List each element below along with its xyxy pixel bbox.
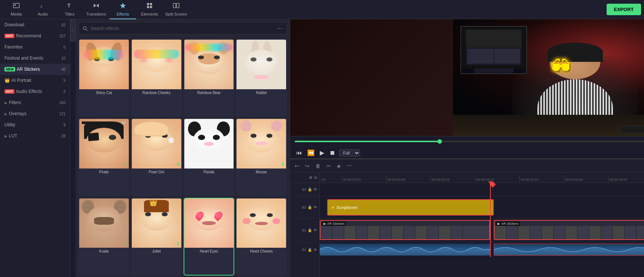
titles-icon: T xyxy=(66,2,73,11)
export-button[interactable]: EXPORT xyxy=(607,4,641,15)
effect-pearl-girl-label: Pearl Girl xyxy=(132,168,181,176)
effect-item-shiny-cat[interactable]: Shiny Cat xyxy=(78,39,130,117)
track-lock2-icon[interactable]: 🔒 xyxy=(308,205,312,209)
ar-clip-left[interactable]: ▶ AR Stickers xyxy=(320,220,490,240)
track-audio-num: B1 xyxy=(302,248,306,251)
sidebar-ar-label: AR Stickers xyxy=(17,67,40,72)
effect-mouse-label: Mouse xyxy=(237,168,286,176)
sidebar-item-lut[interactable]: ▶ LUT 28 xyxy=(0,130,70,141)
sidebar-collapse-handle[interactable]: ‹ xyxy=(70,19,76,41)
ar-clip-right[interactable]: ▶ AR Stickers xyxy=(494,220,644,240)
toolbar-effects[interactable]: Effects xyxy=(110,0,136,19)
skip-back-button[interactable]: ⏮ xyxy=(295,149,303,157)
progress-bar[interactable] xyxy=(295,141,644,142)
effect-item-koala[interactable]: ⬇ Koala xyxy=(78,198,130,276)
search-bar: ⋯ xyxy=(78,22,287,34)
sidebar-download-count: 62 xyxy=(61,23,66,27)
effect-item-heart-cheeks[interactable]: Heart Cheeks xyxy=(236,198,287,276)
search-icon xyxy=(83,26,88,31)
grid-toggle-icon[interactable]: ⋯ xyxy=(277,25,283,32)
cut-button[interactable]: ✂ xyxy=(325,162,332,170)
effect-item-rainbow-cheeks[interactable]: Rainbow Cheeks xyxy=(131,39,182,117)
svg-rect-0 xyxy=(13,3,19,8)
effect-item-heart-eyes[interactable]: Heart Eyes xyxy=(184,198,235,276)
track-eye2-icon[interactable]: 👁 xyxy=(313,205,317,209)
sidebar-overlays-count: 121 xyxy=(59,112,66,116)
ar-clip-label2: AR Stickers xyxy=(501,222,519,226)
sidebar-festival-count: 10 xyxy=(61,56,66,60)
track-lock4-icon[interactable]: 🔒 xyxy=(308,248,312,252)
sidebar-lut-count: 28 xyxy=(61,134,66,138)
toolbar-split-screen[interactable]: Split Screen xyxy=(163,0,189,19)
sidebar-item-filters[interactable]: ▶ Filters 160 xyxy=(0,97,70,108)
effect-heart-eyes-label: Heart Eyes xyxy=(184,248,234,255)
sidebar-item-ai-portrait[interactable]: 👑 AI Portrait 5 xyxy=(0,75,70,86)
toolbar-audio[interactable]: ♪ Audio xyxy=(30,0,56,19)
hot-badge-audio: HOT xyxy=(4,89,14,94)
track-eye-icon[interactable]: 👁 xyxy=(313,187,317,191)
toolbar-elements-label: Elements xyxy=(141,12,158,16)
toolbar-titles[interactable]: T Titles xyxy=(56,0,83,19)
video-preview: 🕶 xyxy=(290,19,644,136)
effect-item-pearl-girl[interactable]: ⬇ Pearl Girl xyxy=(131,118,182,196)
zoom-select[interactable]: Full 50% 75% xyxy=(339,149,360,157)
svg-line-14 xyxy=(86,29,87,31)
search-input[interactable] xyxy=(91,26,274,31)
add-track-icon[interactable]: ⊕ xyxy=(309,175,312,180)
progress-thumb[interactable] xyxy=(437,139,442,144)
track-lock-icon[interactable]: 🔒 xyxy=(308,187,312,191)
svg-rect-1 xyxy=(14,4,16,6)
effect-item-pirate[interactable]: ☠ ⬇ Pirate xyxy=(78,118,130,196)
effect-rabbit-label: Rabbit xyxy=(237,89,286,96)
audio-wave-button[interactable]: 〰 xyxy=(345,162,353,170)
ar-clip-label: AR Stickers xyxy=(327,222,345,226)
toolbar-media[interactable]: Media xyxy=(3,0,30,19)
sidebar-utility-label: Utility xyxy=(4,122,15,127)
effect-rainbow-bear-label: Rainbow Bear xyxy=(184,89,234,96)
sidebar-item-recommend[interactable]: HOT Recommend 157 xyxy=(0,30,70,41)
track-lock3-icon[interactable]: 🔒 xyxy=(308,228,312,232)
sidebar-item-favorites[interactable]: Favorites 0 xyxy=(0,41,70,53)
sidebar-utility-count: 9 xyxy=(63,123,66,127)
effect-item-juliet[interactable]: 👑 ⬇ Juliet xyxy=(131,198,182,276)
audio-icon: ♪ xyxy=(39,2,47,11)
sidebar-item-festival[interactable]: Festival and Events 10 xyxy=(0,53,70,64)
effect-item-panda[interactable]: Panda xyxy=(184,118,235,196)
sidebar-download-label: Download xyxy=(4,22,24,27)
keyframe-button[interactable]: ◈ xyxy=(335,162,342,170)
sidebar-item-overlays[interactable]: ▶ Overlays 121 xyxy=(0,108,70,119)
timeline-ruler: :02 00:00:03:03 00:00:03:08 00:00:03:13 … xyxy=(320,173,644,183)
sidebar-item-audio-effects[interactable]: HOT Audio Effects 5 xyxy=(0,86,70,97)
svg-rect-12 xyxy=(177,3,179,8)
undo-button[interactable]: ↩ xyxy=(293,162,301,170)
effect-item-mouse[interactable]: ⬇ Mouse xyxy=(236,118,287,196)
toolbar-transitions[interactable]: Transitions xyxy=(83,0,110,19)
effect-item-rabbit[interactable]: Rabbit xyxy=(236,39,287,117)
audio-clip-right[interactable] xyxy=(494,244,644,256)
audio-clip-left[interactable] xyxy=(320,244,490,256)
sidebar-item-utility[interactable]: Utility 9 xyxy=(0,119,70,130)
effect-juliet-label: Juliet xyxy=(132,248,181,255)
sidebar-audio-effects-count: 5 xyxy=(63,90,66,94)
track-eye3-icon[interactable]: 👁 xyxy=(313,228,317,232)
toolbar-elements[interactable]: Elements xyxy=(136,0,163,19)
sidebar-favorites-count: 0 xyxy=(63,45,66,49)
video-icon-small2: ▶ xyxy=(497,222,500,226)
magnet-icon[interactable]: ⊝ xyxy=(314,175,317,180)
new-badge-ar: NEW xyxy=(4,67,15,71)
effect-item-rainbow-bear[interactable]: Rainbow Bear xyxy=(184,39,235,117)
sidebar-audio-effects-label: Audio Effects xyxy=(16,89,42,94)
sidebar-item-ar-stickers[interactable]: NEW AR Stickers 40 xyxy=(0,64,70,75)
track-eye4-icon[interactable]: 👁 xyxy=(313,248,317,252)
redo-button[interactable]: ↪ xyxy=(303,162,311,170)
stop-button[interactable]: ⏹ xyxy=(328,149,337,157)
sidebar-recommend-count: 157 xyxy=(59,34,66,38)
hot-badge-recommend: HOT xyxy=(4,34,14,38)
toolbar-media-label: Media xyxy=(11,12,22,16)
step-back-button[interactable]: ⏪ xyxy=(306,148,316,157)
play-button[interactable]: ▶ xyxy=(318,148,326,157)
media-icon xyxy=(13,2,20,11)
sunglasses-clip[interactable]: ★ Sunglasses xyxy=(327,199,494,216)
delete-button[interactable]: 🗑 xyxy=(314,162,322,170)
sidebar-item-download[interactable]: Download 62 xyxy=(0,19,70,30)
